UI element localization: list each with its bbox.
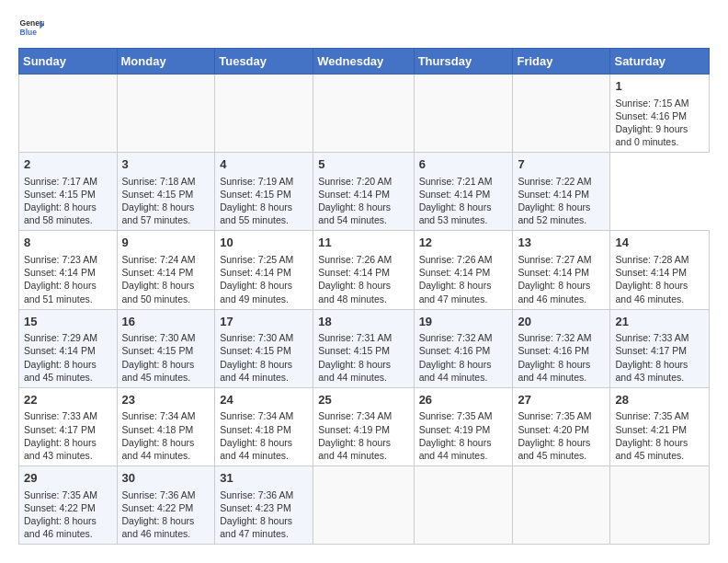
sunset-text: Sunset: 4:15 PM xyxy=(220,189,291,200)
sunset-text: Sunset: 4:14 PM xyxy=(318,267,390,278)
sunrise-text: Sunrise: 7:31 AM xyxy=(318,332,392,343)
sunset-text: Sunset: 4:22 PM xyxy=(122,502,194,513)
calendar-cell xyxy=(513,466,610,545)
sunset-text: Sunset: 4:15 PM xyxy=(220,345,291,356)
daylight-text: Daylight: 8 hours and 47 minutes. xyxy=(419,280,492,304)
daylight-text: Daylight: 8 hours and 47 minutes. xyxy=(220,515,292,539)
daylight-text: Daylight: 8 hours and 44 minutes. xyxy=(318,359,391,383)
day-number: 29 xyxy=(24,470,112,487)
sunrise-text: Sunrise: 7:24 AM xyxy=(122,254,196,265)
daylight-text: Daylight: 8 hours and 46 minutes. xyxy=(24,515,97,539)
daylight-text: Daylight: 8 hours and 50 minutes. xyxy=(122,280,195,304)
day-number: 25 xyxy=(318,392,408,408)
daylight-text: Daylight: 8 hours and 46 minutes. xyxy=(122,515,195,539)
day-number: 11 xyxy=(318,235,408,251)
calendar-week-6: 29Sunrise: 7:35 AMSunset: 4:22 PMDayligh… xyxy=(19,466,710,545)
daylight-text: Daylight: 8 hours and 44 minutes. xyxy=(220,359,292,383)
sunrise-text: Sunrise: 7:25 AM xyxy=(220,254,293,265)
sunset-text: Sunset: 4:14 PM xyxy=(220,267,291,278)
calendar-cell: 16Sunrise: 7:30 AMSunset: 4:15 PMDayligh… xyxy=(117,309,215,387)
header-cell-thursday: Thursday xyxy=(414,49,513,75)
calendar-cell: 17Sunrise: 7:30 AMSunset: 4:15 PMDayligh… xyxy=(215,309,313,387)
calendar-cell: 4Sunrise: 7:19 AMSunset: 4:15 PMDaylight… xyxy=(215,153,313,231)
day-number: 8 xyxy=(24,235,112,251)
calendar-week-3: 8Sunrise: 7:23 AMSunset: 4:14 PMDaylight… xyxy=(19,231,710,309)
sunrise-text: Sunrise: 7:22 AM xyxy=(518,176,591,187)
sunrise-text: Sunrise: 7:26 AM xyxy=(318,254,392,265)
sunrise-text: Sunrise: 7:18 AM xyxy=(122,176,196,187)
day-number: 27 xyxy=(518,392,605,408)
sunrise-text: Sunrise: 7:28 AM xyxy=(615,254,688,265)
sunrise-text: Sunrise: 7:23 AM xyxy=(24,254,97,265)
daylight-text: Daylight: 8 hours and 46 minutes. xyxy=(615,280,688,304)
sunset-text: Sunset: 4:14 PM xyxy=(615,267,687,278)
sunset-text: Sunset: 4:17 PM xyxy=(615,345,687,356)
calendar-cell: 11Sunrise: 7:26 AMSunset: 4:14 PMDayligh… xyxy=(313,231,414,309)
day-number: 20 xyxy=(518,314,605,330)
daylight-text: Daylight: 8 hours and 44 minutes. xyxy=(419,359,492,383)
day-number: 15 xyxy=(24,314,112,330)
daylight-text: Daylight: 8 hours and 44 minutes. xyxy=(318,437,391,461)
calendar-cell: 2Sunrise: 7:17 AMSunset: 4:15 PMDaylight… xyxy=(19,153,118,231)
sunset-text: Sunset: 4:15 PM xyxy=(318,345,390,356)
sunrise-text: Sunrise: 7:17 AM xyxy=(24,176,97,187)
calendar-cell: 31Sunrise: 7:36 AMSunset: 4:23 PMDayligh… xyxy=(215,466,313,545)
calendar-cell xyxy=(513,75,610,153)
calendar-cell: 9Sunrise: 7:24 AMSunset: 4:14 PMDaylight… xyxy=(117,231,215,309)
daylight-text: Daylight: 9 hours and 0 minutes. xyxy=(615,123,688,147)
sunrise-text: Sunrise: 7:34 AM xyxy=(220,410,293,421)
day-number: 4 xyxy=(220,156,308,173)
day-number: 30 xyxy=(122,470,210,487)
sunrise-text: Sunrise: 7:36 AM xyxy=(220,489,293,500)
logo-icon: General Blue xyxy=(18,15,44,40)
calendar-cell: 27Sunrise: 7:35 AMSunset: 4:20 PMDayligh… xyxy=(513,387,610,465)
day-number: 3 xyxy=(122,156,210,173)
calendar-header-row: SundayMondayTuesdayWednesdayThursdayFrid… xyxy=(19,49,710,75)
daylight-text: Daylight: 8 hours and 45 minutes. xyxy=(24,359,97,383)
daylight-text: Daylight: 8 hours and 58 minutes. xyxy=(24,201,97,225)
calendar-cell: 23Sunrise: 7:34 AMSunset: 4:18 PMDayligh… xyxy=(117,387,215,465)
daylight-text: Daylight: 8 hours and 44 minutes. xyxy=(518,359,590,383)
sunrise-text: Sunrise: 7:20 AM xyxy=(318,176,392,187)
sunrise-text: Sunrise: 7:15 AM xyxy=(615,98,688,109)
sunset-text: Sunset: 4:21 PM xyxy=(615,424,687,435)
calendar-cell: 10Sunrise: 7:25 AMSunset: 4:14 PMDayligh… xyxy=(215,231,313,309)
calendar-week-5: 22Sunrise: 7:33 AMSunset: 4:17 PMDayligh… xyxy=(19,387,710,465)
day-number: 16 xyxy=(122,314,210,330)
sunrise-text: Sunrise: 7:34 AM xyxy=(318,410,392,421)
calendar-cell: 14Sunrise: 7:28 AMSunset: 4:14 PMDayligh… xyxy=(610,231,710,309)
daylight-text: Daylight: 8 hours and 51 minutes. xyxy=(24,280,97,304)
daylight-text: Daylight: 8 hours and 54 minutes. xyxy=(318,201,391,225)
calendar-cell xyxy=(19,75,118,153)
sunrise-text: Sunrise: 7:35 AM xyxy=(24,489,97,500)
daylight-text: Daylight: 8 hours and 45 minutes. xyxy=(122,359,195,383)
day-number: 14 xyxy=(615,235,704,251)
day-number: 1 xyxy=(615,78,704,95)
calendar-cell xyxy=(313,75,414,153)
day-number: 7 xyxy=(518,156,605,173)
calendar-cell: 24Sunrise: 7:34 AMSunset: 4:18 PMDayligh… xyxy=(215,387,313,465)
header-cell-wednesday: Wednesday xyxy=(313,49,414,75)
sunset-text: Sunset: 4:18 PM xyxy=(220,424,291,435)
calendar-table: SundayMondayTuesdayWednesdayThursdayFrid… xyxy=(18,48,710,545)
header-cell-tuesday: Tuesday xyxy=(215,49,313,75)
sunset-text: Sunset: 4:16 PM xyxy=(419,345,491,356)
daylight-text: Daylight: 8 hours and 44 minutes. xyxy=(220,437,292,461)
sunset-text: Sunset: 4:14 PM xyxy=(518,267,589,278)
header-cell-saturday: Saturday xyxy=(610,49,710,75)
sunrise-text: Sunrise: 7:36 AM xyxy=(122,489,196,500)
sunrise-text: Sunrise: 7:35 AM xyxy=(615,410,688,421)
sunrise-text: Sunrise: 7:32 AM xyxy=(419,332,493,343)
day-number: 21 xyxy=(615,314,704,330)
day-number: 13 xyxy=(518,235,605,251)
sunrise-text: Sunrise: 7:35 AM xyxy=(518,410,591,421)
sunrise-text: Sunrise: 7:21 AM xyxy=(419,176,493,187)
calendar-cell xyxy=(215,75,313,153)
sunrise-text: Sunrise: 7:27 AM xyxy=(518,254,591,265)
sunset-text: Sunset: 4:16 PM xyxy=(615,110,687,121)
day-number: 17 xyxy=(220,314,308,330)
sunset-text: Sunset: 4:23 PM xyxy=(220,502,291,513)
sunrise-text: Sunrise: 7:29 AM xyxy=(24,332,97,343)
daylight-text: Daylight: 8 hours and 48 minutes. xyxy=(318,280,391,304)
calendar-cell xyxy=(313,466,414,545)
